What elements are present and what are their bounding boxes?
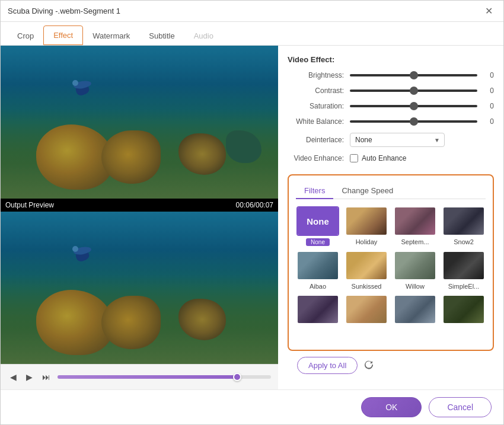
tab-change-speed[interactable]: Change Speed	[333, 183, 401, 199]
deinterlace-row: Deinterlace: None Bob Blend Mean Linear …	[288, 133, 494, 147]
filter-thumb-row3b	[345, 295, 388, 324]
saturation-slider[interactable]	[350, 105, 477, 107]
auto-enhance-checkbox-label[interactable]: Auto Enhance	[350, 154, 406, 162]
ok-button[interactable]: OK	[361, 397, 422, 417]
video-scene-top	[1, 46, 278, 199]
filter-item-willow[interactable]: Willow	[393, 251, 437, 290]
video-enhance-row: Video Enhance: Auto Enhance	[288, 154, 494, 162]
tab-filters[interactable]: Filters	[296, 183, 333, 199]
tab-crop[interactable]: Crop	[8, 27, 43, 45]
filter-thumb-septem	[394, 206, 436, 236]
brightness-value: 0	[482, 71, 494, 79]
left-panel: Output Preview 00:06/00:07	[1, 46, 278, 389]
filter-thumb-simpleel	[442, 251, 485, 280]
filter-thumb-willow	[394, 251, 436, 280]
contrast-row: Contrast: 0	[288, 87, 494, 95]
progress-bar[interactable]	[58, 375, 271, 379]
play-button[interactable]: ▶	[24, 371, 35, 383]
tab-audio: Audio	[184, 27, 223, 45]
filter-thumb-sunkissed	[345, 251, 388, 280]
filter-name-holiday: Holiday	[356, 238, 378, 245]
white-balance-slider[interactable]	[350, 120, 477, 123]
filter-thumb-snow2	[442, 206, 485, 236]
filter-item-holiday[interactable]: Holiday	[344, 206, 388, 246]
filter-item-aibao[interactable]: Aibao	[296, 251, 340, 290]
filter-name-aibao: Aibao	[310, 283, 326, 290]
white-balance-label: White Balance:	[288, 117, 350, 126]
tab-effect[interactable]: Effect	[43, 25, 83, 45]
filter-item-sunkissed[interactable]: Sunkissed	[344, 251, 388, 290]
bottom-actions: Apply to All	[288, 351, 494, 380]
contrast-value: 0	[482, 87, 494, 95]
output-label-bar: Output Preview 00:06/00:07	[1, 199, 278, 212]
contrast-slider[interactable]	[350, 90, 477, 92]
apply-to-all-button[interactable]: Apply to All	[297, 357, 358, 374]
brightness-slider[interactable]	[350, 74, 477, 76]
playback-bar: ◀ ▶ ⏭	[1, 364, 278, 389]
auto-enhance-checkbox[interactable]	[350, 154, 358, 162]
next-frame-button[interactable]: ⏭	[40, 371, 53, 383]
white-balance-value: 0	[482, 117, 494, 126]
right-panel: Video Effect: Brightness: 0 Contrast: 0 …	[278, 46, 503, 389]
video-enhance-label: Video Enhance:	[288, 154, 350, 162]
saturation-label: Saturation:	[288, 102, 350, 110]
filter-thumb-holiday	[345, 206, 388, 236]
filter-name-snow2: Snow2	[454, 238, 474, 245]
filter-tabs: Filters Change Speed	[296, 183, 486, 199]
footer-bar: OK Cancel	[1, 389, 503, 424]
video-preview-bottom	[1, 212, 278, 365]
content-area: Output Preview 00:06/00:07	[1, 46, 503, 389]
filter-name-septem: Septem...	[401, 238, 429, 245]
progress-fill	[58, 375, 239, 379]
filter-name-sunkissed: Sunkissed	[352, 283, 382, 290]
contrast-label: Contrast:	[288, 87, 350, 95]
video-effect-section: Video Effect: Brightness: 0 Contrast: 0 …	[288, 55, 494, 172]
deinterlace-select[interactable]: None Bob Blend Mean Linear	[350, 133, 445, 147]
brightness-label: Brightness:	[288, 71, 350, 79]
deinterlace-wrapper: None Bob Blend Mean Linear ▼	[350, 133, 445, 147]
filter-thumb-aibao	[296, 251, 339, 280]
filter-thumb-row3a	[296, 295, 339, 324]
filter-thumb-none: None	[296, 206, 339, 236]
cancel-button[interactable]: Cancel	[429, 397, 492, 417]
title-bar: Scuba Diving -.webm-Segment 1 ✕	[1, 1, 503, 22]
filter-item-simpleel[interactable]: SimpleEl...	[442, 251, 486, 290]
filter-item-snow2[interactable]: Snow2	[442, 206, 486, 246]
auto-enhance-text: Auto Enhance	[362, 154, 406, 162]
filter-name-willow: Willow	[406, 283, 425, 290]
white-balance-row: White Balance: 0	[288, 117, 494, 126]
filter-item-septem[interactable]: Septem...	[393, 206, 437, 246]
filter-item-row3d[interactable]	[442, 295, 486, 324]
filter-thumb-row3c	[394, 295, 436, 324]
filter-name-none: None	[306, 238, 330, 246]
saturation-row: Saturation: 0	[288, 102, 494, 110]
filter-grid: None None Holiday	[296, 206, 486, 324]
tab-subtitle[interactable]: Subtitle	[139, 27, 184, 45]
timestamp: 00:06/00:07	[236, 201, 273, 209]
filter-item-none[interactable]: None None	[296, 206, 340, 246]
video-preview-top	[1, 46, 278, 199]
filter-item-row3c[interactable]	[393, 295, 437, 324]
filter-item-row3a[interactable]	[296, 295, 340, 324]
main-window: Scuba Diving -.webm-Segment 1 ✕ Crop Eff…	[0, 0, 504, 425]
video-effect-title: Video Effect:	[288, 55, 494, 64]
progress-handle[interactable]	[233, 373, 241, 381]
brightness-row: Brightness: 0	[288, 71, 494, 79]
close-button[interactable]: ✕	[481, 4, 496, 18]
refresh-icon	[363, 359, 374, 370]
tabs-bar: Crop Effect Watermark Subtitle Audio	[1, 22, 503, 46]
filter-thumb-row3d	[442, 295, 485, 324]
output-preview-label: Output Preview	[5, 201, 54, 209]
filters-panel: Filters Change Speed None None	[288, 174, 494, 351]
deinterlace-label: Deinterlace:	[288, 136, 350, 144]
tab-watermark[interactable]: Watermark	[83, 27, 139, 45]
saturation-value: 0	[482, 102, 494, 110]
filter-item-row3b[interactable]	[344, 295, 388, 324]
window-title: Scuba Diving -.webm-Segment 1	[8, 7, 120, 15]
prev-frame-button[interactable]: ◀	[8, 371, 19, 383]
refresh-button[interactable]	[363, 359, 374, 372]
filter-name-simpleel: SimpleEl...	[448, 283, 480, 290]
